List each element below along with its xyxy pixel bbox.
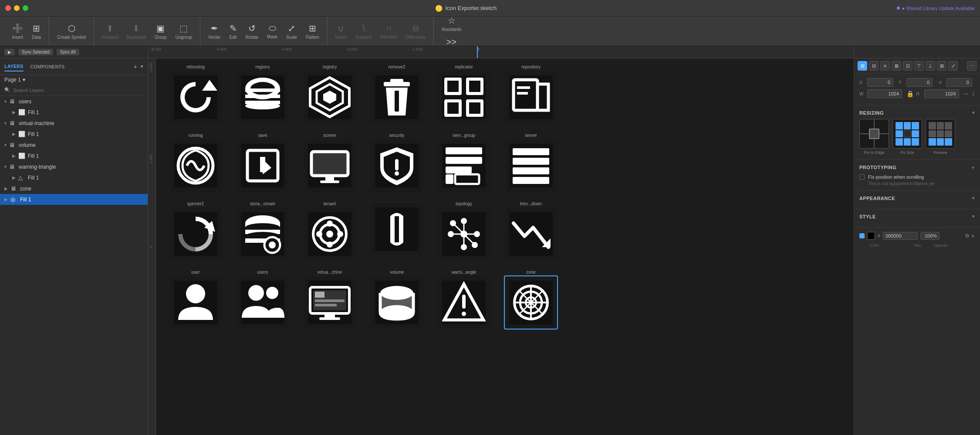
rp-align-right-icon[interactable]: ≡ bbox=[880, 61, 890, 71]
rp-dist-h-icon[interactable]: ⊠ bbox=[892, 61, 901, 71]
icon-thumb-virtual-machine bbox=[304, 276, 356, 329]
flip-h-icon[interactable]: ↔ bbox=[963, 90, 969, 97]
icon-cell-screen[interactable]: screen bbox=[297, 130, 362, 198]
flip-v-icon[interactable]: ↕ bbox=[972, 90, 975, 97]
minimize-button[interactable] bbox=[14, 5, 20, 11]
preview-box[interactable] bbox=[926, 119, 955, 149]
w-input[interactable] bbox=[867, 89, 902, 98]
backward-button[interactable]: ⬇ Backward bbox=[123, 21, 149, 41]
icon-cell-serv-group[interactable]: serv...group bbox=[431, 130, 497, 198]
appearance-chevron-icon[interactable]: ▾ bbox=[972, 195, 975, 201]
icon-cell-running[interactable]: running bbox=[163, 130, 228, 198]
difference-button[interactable]: ⊖ Difference bbox=[402, 21, 429, 41]
shared-library-badge[interactable]: ● Shared Library Update Available bbox=[897, 6, 975, 11]
layer-item-users[interactable]: ▾ 🖥 users bbox=[0, 96, 148, 107]
icon-cell-zone[interactable]: zone bbox=[498, 267, 564, 335]
resizing-chevron-icon[interactable]: ▾ bbox=[972, 110, 975, 116]
union-button[interactable]: ∪ Union bbox=[332, 21, 350, 41]
icon-cell-storage-domain[interactable]: stora...omain bbox=[230, 199, 295, 266]
add-layer-button[interactable]: + bbox=[134, 63, 137, 70]
group-button[interactable]: ▣ Group bbox=[151, 21, 170, 41]
layer-item-warning-triangle[interactable]: ▾ 🖥 warning-triangle bbox=[0, 161, 148, 172]
forward-button[interactable]: ⬆ Forward bbox=[98, 21, 122, 41]
layer-item-fill1-vol[interactable]: ▶ ⬜ Fill 1 bbox=[0, 150, 148, 161]
fills-enabled-checkbox[interactable] bbox=[859, 233, 865, 238]
rp-align-mid-icon[interactable]: ⊥ bbox=[926, 61, 935, 71]
icon-cell-user[interactable]: user bbox=[163, 267, 228, 335]
close-button[interactable] bbox=[5, 5, 11, 11]
data-button[interactable]: ⊞ Data bbox=[28, 21, 44, 41]
layer-item-fill1-wt[interactable]: ▶ △ Fill 1 bbox=[0, 172, 148, 183]
flatten-button[interactable]: ⊞ Flatten bbox=[302, 21, 323, 41]
layer-item-virtual-machine[interactable]: ▾ 🖥 virtual-machine bbox=[0, 118, 148, 129]
pin-to-edge-box[interactable] bbox=[859, 119, 889, 149]
icon-cell-repository[interactable]: repository bbox=[498, 62, 564, 129]
y-input[interactable] bbox=[906, 78, 933, 87]
rp-more-icon[interactable]: ⋯ bbox=[967, 61, 977, 71]
icon-cell-save[interactable]: save bbox=[230, 130, 295, 198]
fill-color-swatch[interactable] bbox=[867, 232, 875, 240]
layer-item-fill1-users[interactable]: ▶ ⬜ Fill 1 bbox=[0, 107, 148, 118]
fills-settings-icon[interactable]: ⚙ bbox=[965, 233, 970, 239]
icon-cell-security[interactable]: security bbox=[364, 130, 429, 198]
layer-item-volume[interactable]: ▾ 🖥 volume bbox=[0, 139, 148, 150]
rotate-button[interactable]: ↺ Rotate bbox=[242, 21, 262, 41]
icon-cell-server[interactable]: server bbox=[498, 130, 564, 198]
icon-cell-volume[interactable]: volume bbox=[364, 267, 429, 335]
assistants-button[interactable]: ☆ Assistants bbox=[438, 14, 465, 34]
fill-opacity-input[interactable] bbox=[920, 232, 939, 240]
play-button[interactable]: ▶ bbox=[4, 49, 15, 55]
icon-cell-regions[interactable]: regions bbox=[230, 62, 295, 129]
subtract-button[interactable]: ∖ Subtract bbox=[352, 21, 375, 41]
h-input[interactable] bbox=[924, 89, 959, 98]
layer-item-fill1-vm[interactable]: ▶ ⬜ Fill 1 bbox=[0, 129, 148, 139]
icon-cell-warning-triangle[interactable]: warni...angle bbox=[431, 267, 497, 335]
icon-cell-registry[interactable]: registry bbox=[297, 62, 362, 129]
canvas-area[interactable]: -3,200 -1,600 0 rebooting bbox=[148, 58, 854, 435]
sync-selected-button[interactable]: Sync Selected bbox=[18, 49, 53, 55]
scale-button[interactable]: ⤢ Scale bbox=[283, 21, 301, 41]
icon-cell-replicator[interactable]: replicator bbox=[431, 62, 497, 129]
sync-all-button[interactable]: Sync All bbox=[57, 49, 79, 55]
rp-align-top-icon[interactable]: ⊤ bbox=[914, 61, 924, 71]
mask-button[interactable]: ⬭ Mask bbox=[264, 21, 281, 41]
search-input[interactable] bbox=[13, 88, 143, 93]
vector-button[interactable]: ✒ Vector bbox=[205, 21, 224, 41]
fix-size-box[interactable] bbox=[892, 119, 922, 149]
fills-sub-labels: Color Hex Opacity bbox=[859, 243, 975, 248]
prototyping-add-button[interactable]: + bbox=[971, 164, 975, 171]
fix-position-checkbox[interactable] bbox=[859, 174, 865, 180]
rp-align-bot-icon[interactable]: ⊞ bbox=[937, 61, 946, 71]
layer-options-button[interactable]: ▾ bbox=[141, 64, 143, 69]
icon-cell-virtual-machine[interactable]: virtua...chine bbox=[297, 267, 362, 335]
icon-cell-rebooting[interactable]: rebooting bbox=[163, 62, 228, 129]
zoom-button[interactable] bbox=[23, 5, 28, 11]
x-input[interactable] bbox=[867, 78, 893, 87]
icon-cell-trend-down[interactable]: tren...down bbox=[498, 199, 564, 266]
rp-align-center-icon[interactable]: ⊟ bbox=[869, 61, 879, 71]
icon-cell-remove2[interactable]: remove2 bbox=[364, 62, 429, 129]
tab-layers[interactable]: LAYERS bbox=[4, 62, 24, 71]
ungroup-button[interactable]: ⬚ Ungroup bbox=[172, 21, 196, 41]
layer-item-zone[interactable]: ▶ 🖥 zone bbox=[0, 183, 148, 194]
tab-components[interactable]: COMPONENTS bbox=[30, 62, 65, 71]
page-chevron-icon: ▾ bbox=[23, 77, 25, 83]
icon-cell-spinner2[interactable]: spinner2 bbox=[163, 199, 228, 266]
icon-cell-tenant[interactable]: tenant bbox=[297, 199, 362, 266]
icon-cell-topology[interactable]: topology bbox=[431, 199, 497, 266]
fill-hex-input[interactable] bbox=[883, 232, 918, 240]
rp-stretch-icon[interactable]: ⤢ bbox=[948, 61, 958, 71]
icon-cell-users[interactable]: users bbox=[230, 267, 295, 335]
rp-align-left-icon[interactable]: ⊞ bbox=[858, 61, 867, 71]
lock-icon[interactable]: 🔒 bbox=[906, 90, 914, 97]
rotation-input[interactable] bbox=[946, 78, 972, 87]
create-symbol-button[interactable]: ⬡ Create Symbol bbox=[54, 21, 89, 41]
intersect-button[interactable]: ∩ Intersect bbox=[377, 21, 400, 41]
fills-add-button[interactable]: + bbox=[971, 232, 975, 239]
rp-dist-v-icon[interactable]: ⊡ bbox=[903, 61, 912, 71]
layer-item-fill1-zone-selected[interactable]: ▶ ◎ Fill 1 bbox=[0, 194, 148, 205]
edit-button[interactable]: ✎ Edit bbox=[226, 21, 240, 41]
page-selector[interactable]: Page 1 ▾ bbox=[0, 75, 148, 85]
insert-button[interactable]: ➕ Insert bbox=[9, 21, 27, 41]
style-chevron-icon[interactable]: ▾ bbox=[972, 214, 975, 219]
